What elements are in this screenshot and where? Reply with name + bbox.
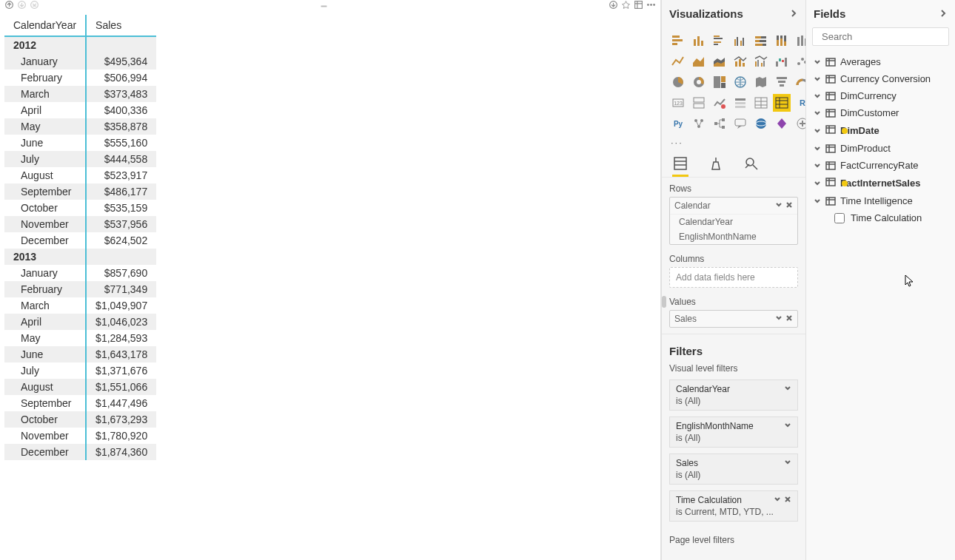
chevron-down-icon[interactable] [784,421,791,431]
month-cell[interactable]: March [4,86,86,102]
value-cell[interactable]: $400,336 [86,102,156,118]
line-clustered-column-icon[interactable] [752,53,770,70]
value-cell[interactable]: $857,690 [86,265,156,281]
area-chart-icon[interactable] [690,53,708,70]
value-cell[interactable]: $523,917 [86,167,156,183]
month-cell[interactable]: December [4,232,86,249]
stacked-column-icon[interactable] [690,32,708,50]
month-cell[interactable]: October [4,200,86,216]
collapse-panel-icon[interactable] [789,7,798,20]
hundred-stacked-bar-icon[interactable] [752,32,770,50]
format-tab[interactable] [708,155,724,177]
month-cell[interactable]: August [4,167,86,183]
field-table[interactable]: Averages [809,53,952,70]
month-cell[interactable]: March [4,297,86,314]
value-cell[interactable]: $535,159 [86,200,156,216]
filter-card[interactable]: EnglishMonthName is (All) [669,416,798,448]
chevron-down-icon[interactable] [775,200,783,211]
treemap-icon[interactable] [711,73,728,91]
map-icon[interactable] [731,73,749,91]
month-cell[interactable]: December [4,444,86,460]
filled-map-icon[interactable] [752,73,770,91]
year-cell[interactable]: 2013 [4,249,86,265]
expand-all-icon[interactable] [30,0,39,12]
matrix-visual[interactable]: CalendarYear Sales 2012January$495,364Fe… [0,12,660,463]
hundred-stacked-column-icon[interactable] [773,32,791,50]
month-cell[interactable]: June [4,135,86,151]
value-cell[interactable]: $771,349 [86,281,156,297]
field-table[interactable]: DimDate [809,121,952,140]
value-cell[interactable]: $495,364 [86,53,156,70]
month-cell[interactable]: April [4,102,86,118]
month-cell[interactable]: July [4,151,86,167]
rows-well[interactable]: Calendar CalendarYear EnglishMonthName [669,197,798,245]
slicer-icon[interactable] [731,94,749,112]
month-cell[interactable]: July [4,362,86,379]
value-cell[interactable]: $1,447,496 [86,395,156,411]
month-cell[interactable]: October [4,411,86,428]
collapse-panel-icon[interactable] [939,7,948,20]
month-cell[interactable]: June [4,346,86,362]
analytics-tab[interactable] [743,155,760,177]
scrollbar-thumb[interactable] [662,296,666,308]
value-cell[interactable]: $1,046,023 [86,314,156,330]
key-influencers-icon[interactable] [690,115,708,132]
value-cell[interactable]: $1,371,676 [86,362,156,379]
drill-up-icon[interactable] [4,0,14,12]
field-table[interactable]: FactInternetSales [809,174,952,192]
month-cell[interactable]: August [4,379,86,395]
month-cell[interactable]: September [4,395,86,411]
stacked-area-icon[interactable] [711,53,728,70]
filter-card[interactable]: CalendarYear is (All) [669,379,798,411]
table-icon[interactable] [752,94,770,112]
export-icon[interactable] [609,0,618,12]
funnel-icon[interactable] [773,73,791,91]
value-cell[interactable]: $1,049,907 [86,297,156,314]
fields-search[interactable] [812,27,949,46]
pie-chart-icon[interactable] [669,73,687,91]
field-table[interactable]: Time Intelligence [809,192,952,209]
value-cell[interactable]: $555,160 [86,135,156,151]
value-cell[interactable]: $444,558 [86,151,156,167]
clustered-column-icon[interactable] [731,32,749,50]
value-cell[interactable]: $537,956 [86,216,156,232]
value-cell[interactable]: $486,177 [86,183,156,200]
powerapps-icon[interactable] [773,115,791,132]
month-cell[interactable]: September [4,183,86,200]
remove-field-icon[interactable] [785,314,793,324]
chevron-down-icon[interactable] [774,495,781,505]
scatter-icon[interactable] [794,53,805,70]
filter-card[interactable]: Sales is (All) [669,453,798,485]
month-cell[interactable]: February [4,70,86,86]
field-table[interactable]: Currency Conversion [809,70,952,87]
month-cell[interactable]: May [4,330,86,346]
pin-icon[interactable] [621,0,631,12]
year-cell[interactable]: 2012 [4,36,86,53]
value-cell[interactable]: $1,284,593 [86,330,156,346]
clustered-bar-icon[interactable] [711,32,728,50]
search-input[interactable] [822,31,946,42]
field-column[interactable]: Time Calculation [809,209,952,226]
value-cell[interactable]: $1,673,293 [86,411,156,428]
month-cell[interactable]: May [4,118,86,135]
r-visual-icon[interactable]: R [794,94,805,112]
value-cell[interactable]: $1,780,920 [86,428,156,444]
field-table[interactable]: DimCurrency [809,87,952,104]
value-cell[interactable]: $373,483 [86,86,156,102]
columns-well[interactable]: Add data fields here [669,267,798,288]
decomposition-tree-icon[interactable] [711,115,728,132]
value-cell[interactable]: $1,551,066 [86,379,156,395]
values-well[interactable]: Sales [669,310,798,328]
field-table[interactable]: FactCurrencyRate [809,157,952,174]
value-cell[interactable]: $1,643,178 [86,346,156,362]
month-cell[interactable]: February [4,281,86,297]
drill-down-icon[interactable] [17,0,27,12]
card-icon[interactable]: 123 [669,94,687,112]
kpi-icon[interactable] [711,94,728,112]
line-stacked-column-icon[interactable] [731,53,749,70]
value-cell[interactable]: $506,994 [86,70,156,86]
focus-mode-icon[interactable] [634,0,643,12]
column-header-sales[interactable]: Sales [86,15,156,36]
multi-row-card-icon[interactable] [690,94,708,112]
remove-field-icon[interactable] [785,200,793,211]
